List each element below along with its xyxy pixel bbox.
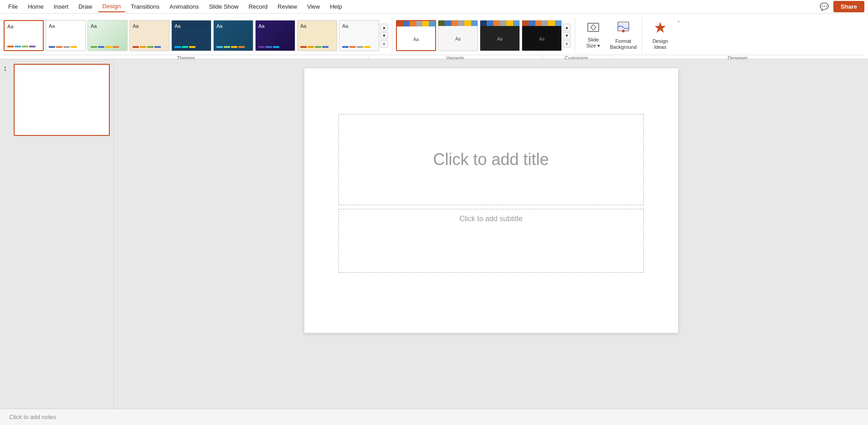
format-background-label: Format Background <box>610 38 637 50</box>
format-background-icon <box>617 21 630 36</box>
subtitle-placeholder-text: Click to add subtitle <box>459 215 523 223</box>
theme-wisp[interactable]: Aa <box>297 20 337 51</box>
menu-bar: File Home Insert Draw Design Transitions… <box>0 0 868 14</box>
menu-slideshow[interactable]: Slide Show <box>204 1 243 12</box>
comment-icon[interactable]: 💬 <box>820 2 829 11</box>
variant-2[interactable]: Aa <box>438 20 478 51</box>
theme-plain[interactable]: Aa <box>339 20 379 51</box>
canvas-area: Click to add title Click to add subtitle <box>114 59 868 409</box>
themes-list: Aa Aa <box>4 20 379 51</box>
customize-section: SlideSize ▾ Format Background <box>579 18 638 53</box>
menu-review[interactable]: Review <box>273 1 302 12</box>
slide-1-container: 1 <box>4 64 110 136</box>
variants-scroll-arrows: ▲ ▼ ≡ <box>563 24 571 47</box>
share-button[interactable]: Share <box>833 1 864 12</box>
subtitle-placeholder[interactable]: Click to add subtitle <box>339 209 644 273</box>
main-content: 1 Click to add title Click to add subtit… <box>0 59 868 409</box>
variant-4[interactable]: Aa <box>522 20 562 51</box>
theme-office2[interactable]: Aa <box>46 20 86 51</box>
themes-scroll-more[interactable]: ≡ <box>380 40 388 47</box>
menu-home[interactable]: Home <box>23 1 48 12</box>
slide-canvas[interactable]: Click to add title Click to add subtitle <box>304 68 678 333</box>
menu-file[interactable]: File <box>4 1 22 12</box>
variants-scroll-down[interactable]: ▼ <box>563 32 571 39</box>
design-ideas-button[interactable]: Design Ideas <box>646 18 675 53</box>
format-background-button[interactable]: Format Background <box>609 18 638 53</box>
title-placeholder[interactable]: Click to add title <box>339 114 644 205</box>
menu-draw[interactable]: Draw <box>74 1 97 12</box>
theme-badge[interactable]: Aa <box>255 20 295 51</box>
menu-design[interactable]: Design <box>98 1 125 12</box>
design-ideas-icon <box>654 21 667 36</box>
slide-size-icon <box>587 22 600 35</box>
svg-point-2 <box>622 30 625 32</box>
variants-list: Aa Aa <box>396 20 562 51</box>
variants-scroll-up[interactable]: ▲ <box>563 24 571 31</box>
slide-thumbnail-1[interactable] <box>14 64 110 136</box>
menu-help[interactable]: Help <box>325 1 347 12</box>
theme-integral[interactable]: Aa <box>213 20 253 51</box>
notes-placeholder: Click to add notes <box>9 414 56 420</box>
menu-view[interactable]: View <box>303 1 324 12</box>
slide-size-label: SlideSize ▾ <box>586 37 600 49</box>
theme-retrospect[interactable]: Aa <box>129 20 169 51</box>
theme-facet[interactable]: Aa <box>87 20 128 51</box>
ribbon: Aa Aa <box>0 14 868 59</box>
menu-insert[interactable]: Insert <box>49 1 73 12</box>
themes-scroll-down[interactable]: ▼ <box>380 32 388 39</box>
variant-1[interactable]: Aa <box>396 20 436 51</box>
themes-scroll-arrows: ▲ ▼ ≡ <box>380 24 388 47</box>
slide-number-1: 1 <box>4 66 11 72</box>
notes-area[interactable]: Click to add notes <box>0 409 868 425</box>
menu-transitions[interactable]: Transitions <box>126 1 164 12</box>
theme-office[interactable]: Aa <box>4 20 44 51</box>
title-placeholder-text: Click to add title <box>433 150 549 169</box>
variants-scroll-more[interactable]: ≡ <box>563 40 571 47</box>
slide-size-button[interactable]: SlideSize ▾ <box>579 18 608 53</box>
design-ideas-label: Design Ideas <box>648 38 673 50</box>
theme-circuit[interactable]: Aa <box>171 20 211 51</box>
menu-record[interactable]: Record <box>244 1 272 12</box>
svg-marker-3 <box>655 22 666 33</box>
slides-panel: 1 <box>0 59 114 409</box>
menu-animations[interactable]: Animations <box>165 1 203 12</box>
designer-section: Design Ideas <box>646 18 675 53</box>
ribbon-collapse-button[interactable]: ⌃ <box>677 17 680 25</box>
themes-scroll-up[interactable]: ▲ <box>380 24 388 31</box>
variant-3[interactable]: Aa <box>480 20 520 51</box>
